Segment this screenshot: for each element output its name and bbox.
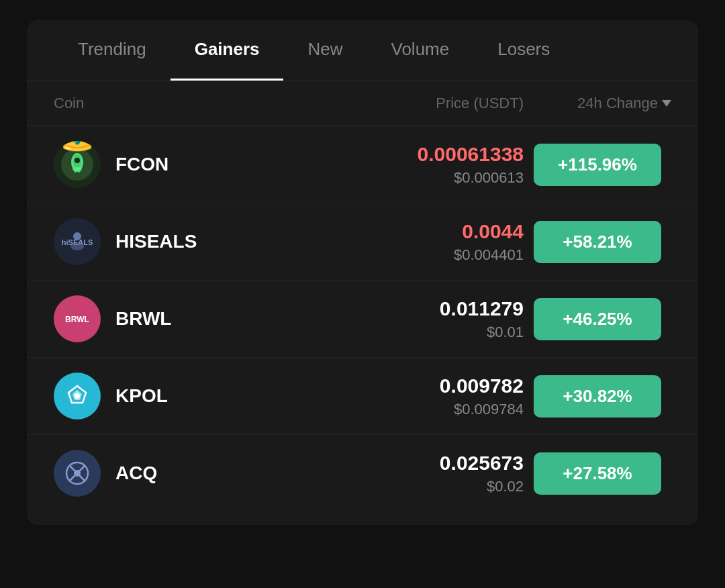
svg-point-4 [75,158,80,163]
price-usdt-kpol: 0.009782 [336,374,524,398]
tab-trending[interactable]: Trending [54,20,171,81]
change-badge-fcon: +115.96% [524,144,671,186]
col-change-header[interactable]: 24h Change [524,95,671,112]
svg-point-8 [70,242,84,250]
main-container: Trending Gainers New Volume Losers Coin … [27,20,698,525]
coin-prices-fcon: 0.00061338 $0.000613 [336,142,524,187]
coin-info-kpol: KPOL [54,373,336,420]
coin-symbol-brwl: BRWL [115,308,171,330]
badge-hiseals: +58.21% [534,221,661,263]
sort-arrow-icon [662,100,671,107]
change-badge-acq: +27.58% [524,452,671,495]
price-usdt-brwl: 0.011279 [336,297,524,321]
col-price-header: Price (USDT) [336,95,524,112]
brwl-logo-svg: BRWL [60,302,94,336]
tab-losers[interactable]: Losers [473,20,574,81]
tab-gainers[interactable]: Gainers [171,20,284,81]
price-usd-hiseals: $0.004401 [336,246,524,264]
coin-info-acq: ACQ [54,450,336,497]
tab-volume[interactable]: Volume [367,20,474,81]
col-coin-header: Coin [54,95,336,112]
coin-prices-hiseals: 0.0044 $0.004401 [336,219,524,264]
table-row[interactable]: 👑 FCON 0.00061338 $0.000613 +115.96% [27,126,698,203]
change-badge-hiseals: +58.21% [524,221,671,263]
coin-symbol-acq: ACQ [115,462,157,484]
hiseals-logo-svg: hiSEALS [60,225,94,258]
tab-new[interactable]: New [283,20,367,81]
svg-point-19 [74,470,81,477]
price-usd-acq: $0.02 [336,478,524,495]
price-usdt-hiseals: 0.0044 [336,219,524,244]
kpol-logo-svg [60,379,94,413]
svg-text:BRWL: BRWL [65,315,89,324]
price-usd-brwl: $0.01 [336,324,524,341]
table-row[interactable]: KPOL 0.009782 $0.009784 +30.82% [27,358,698,435]
price-usd-kpol: $0.009784 [336,401,524,418]
change-badge-kpol: +30.82% [524,375,671,418]
badge-fcon: +115.96% [534,144,661,186]
change-badge-brwl: +46.25% [524,298,671,340]
table-header: Coin Price (USDT) 24h Change [27,81,698,126]
coin-symbol-hiseals: HISEALS [115,231,197,252]
coin-logo-brwl: BRWL [54,295,101,342]
coin-logo-acq [54,450,101,497]
coin-logo-kpol [54,373,101,420]
svg-point-14 [75,393,80,399]
coin-prices-kpol: 0.009782 $0.009784 [336,374,524,418]
coin-logo-hiseals: hiSEALS [54,218,101,265]
badge-acq: +27.58% [534,452,661,495]
price-usd-fcon: $0.000613 [336,169,524,187]
svg-point-7 [73,232,81,240]
coin-symbol-kpol: KPOL [115,385,168,407]
badge-brwl: +46.25% [534,298,661,340]
table-row[interactable]: ACQ 0.025673 $0.02 +27.58% [27,435,698,511]
coin-prices-brwl: 0.011279 $0.01 [336,297,524,341]
coin-symbol-fcon: FCON [115,154,168,175]
price-usdt-acq: 0.025673 [336,451,524,475]
coin-info-hiseals: hiSEALS HISEALS [54,218,336,265]
acq-logo-svg [60,456,94,490]
badge-kpol: +30.82% [534,375,661,418]
table-row[interactable]: hiSEALS HISEALS 0.0044 $0.004401 +58.21% [27,203,698,281]
coin-logo-fcon: 👑 [54,141,101,188]
coin-prices-acq: 0.025673 $0.02 [336,451,524,495]
table-row[interactable]: BRWL BRWL 0.011279 $0.01 +46.25% [27,281,698,358]
coin-info-fcon: 👑 FCON [54,141,336,188]
tab-bar: Trending Gainers New Volume Losers [27,20,698,81]
fcon-logo-svg [60,148,94,181]
coin-info-brwl: BRWL BRWL [54,295,336,342]
price-usdt-fcon: 0.00061338 [336,142,524,166]
